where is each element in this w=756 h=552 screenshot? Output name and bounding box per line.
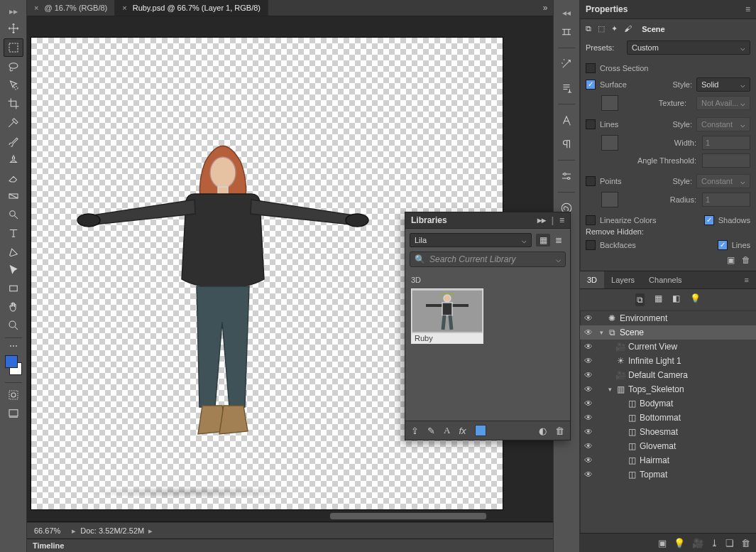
points-checkbox[interactable] (586, 176, 596, 186)
document-tab-inactive[interactable]: × @ 16.7% (RGB/8) (27, 0, 115, 16)
panel-menu-icon[interactable]: ≡ (738, 271, 756, 288)
text-style-icon[interactable]: A (444, 425, 450, 436)
tree-row-bodymat[interactable]: 👁 ◫ Bodymat (580, 396, 756, 411)
backfaces-checkbox[interactable] (586, 240, 596, 250)
horizontal-scrollbar[interactable] (329, 512, 487, 520)
close-icon[interactable]: × (34, 4, 38, 12)
chevron-right-icon[interactable]: ▸ (72, 526, 76, 536)
quick-mask-tool[interactable] (4, 386, 23, 404)
color-chip-icon[interactable] (475, 425, 486, 436)
brush-tab-icon[interactable]: 🖌 (624, 24, 632, 33)
chevron-right-icon[interactable]: ▸ (148, 526, 153, 536)
collapse-icon[interactable]: ▸▸ (537, 215, 546, 225)
move-tool[interactable] (4, 20, 23, 37)
presets-select[interactable]: Custom⌵ (627, 40, 750, 55)
tree-row-environment[interactable]: 👁 ✺ Environment (580, 311, 756, 325)
shadows-checkbox[interactable] (704, 215, 714, 225)
path-selection-tool[interactable] (4, 261, 23, 278)
document-tab-active[interactable]: × Ruby.psd @ 66.7% (Layer 1, RGB/8) (115, 0, 268, 16)
character-panel-icon[interactable] (557, 110, 576, 130)
add-to-ground-icon[interactable]: ⤓ (711, 538, 718, 548)
collapse-handle-icon[interactable]: ▸▸ (4, 6, 23, 16)
dodge-tool[interactable] (4, 206, 23, 223)
trash-icon[interactable]: 🗑 (555, 426, 564, 436)
lasso-tool[interactable] (4, 58, 23, 75)
tab-layers[interactable]: Layers (604, 271, 642, 288)
tree-row-scene[interactable]: 👁 ▾ ⧉ Scene (580, 325, 756, 340)
visibility-toggle[interactable]: 👁 (580, 384, 597, 394)
visibility-toggle[interactable]: 👁 (580, 342, 597, 352)
new-camera-icon[interactable]: 🎥 (692, 538, 703, 548)
toolbar-more[interactable]: ⋯ (4, 342, 23, 350)
add-object-icon[interactable]: ▣ (658, 538, 667, 548)
fx-icon[interactable]: fx (459, 426, 466, 436)
cloud-icon[interactable]: ◐ (539, 426, 547, 436)
hand-tool[interactable] (4, 298, 23, 315)
trash-icon[interactable]: 🗑 (742, 255, 750, 265)
gradient-tool[interactable] (4, 188, 23, 205)
panel-menu-icon[interactable]: ≡ (745, 4, 750, 14)
trash-icon[interactable]: 🗑 (741, 538, 750, 548)
tree-row-hairmat[interactable]: 👁 ◫ Hairmat (580, 453, 756, 467)
tree-row-infinite-light[interactable]: 👁 ☀ Infinite Light 1 (580, 354, 756, 368)
brush-add-icon[interactable]: ✎ (427, 426, 435, 436)
surface-checkbox[interactable] (586, 80, 596, 90)
tree-row-default-camera[interactable]: 👁 🎥 Default Camera (580, 368, 756, 382)
visibility-toggle[interactable]: 👁 (580, 455, 597, 465)
collapse-icon[interactable]: ▾ (597, 329, 606, 336)
eraser-tool[interactable] (4, 169, 23, 186)
marquee-tool[interactable] (4, 38, 23, 57)
remove-lines-checkbox[interactable] (718, 240, 728, 250)
tree-row-glovemat[interactable]: 👁 ◫ Glovemat (580, 439, 756, 453)
crop-tool[interactable] (4, 95, 23, 112)
panel-menu-icon[interactable]: ≡ (559, 215, 564, 225)
visibility-toggle[interactable]: 👁 (580, 328, 597, 337)
library-item[interactable]: Ruby (411, 288, 483, 344)
eyedropper-tool[interactable] (4, 114, 23, 131)
tab-3d[interactable]: 3D (580, 271, 604, 288)
light-tab-icon[interactable]: ✦ (611, 24, 618, 33)
collapse-icon[interactable]: ▾ (597, 386, 614, 393)
timeline-panel-tab[interactable]: Timeline (27, 539, 553, 552)
filter-material-icon[interactable]: ◧ (672, 293, 680, 306)
settings-sliders-icon[interactable] (557, 166, 576, 186)
tree-row-current-view[interactable]: 👁 🎥 Current View (580, 340, 756, 354)
upload-icon[interactable]: ⇪ (411, 426, 419, 436)
surface-style-select[interactable]: Solid⌵ (696, 77, 750, 92)
foreground-color-swatch[interactable] (5, 355, 18, 368)
visibility-toggle[interactable]: 👁 (580, 441, 597, 451)
brush-tool[interactable] (4, 132, 23, 149)
linearize-colors-checkbox[interactable] (586, 215, 596, 225)
visibility-toggle[interactable]: 👁 (580, 370, 597, 380)
clone-stamp-tool[interactable] (4, 151, 23, 168)
tab-channels[interactable]: Channels (642, 271, 689, 288)
filter-scene-icon[interactable]: ⧉ (635, 293, 645, 306)
new-light-icon[interactable]: 💡 (674, 538, 685, 548)
render-icon[interactable]: ▣ (727, 255, 735, 265)
tree-row-shoesmat[interactable]: 👁 ◫ Shoesmat (580, 425, 756, 439)
visibility-toggle[interactable]: 👁 (580, 399, 597, 408)
visibility-toggle[interactable]: 👁 (580, 313, 597, 323)
new-item-icon[interactable]: ❏ (725, 538, 734, 548)
type-tool[interactable] (4, 224, 23, 242)
adjust-spacing-icon[interactable] (557, 22, 576, 42)
expand-tabs-icon[interactable]: » (537, 0, 553, 16)
tree-row-topmat[interactable]: 👁 ◫ Topmat (580, 467, 756, 482)
filter-light-icon[interactable]: 💡 (690, 293, 701, 306)
visibility-toggle[interactable]: 👁 (580, 470, 597, 480)
grid-view-button[interactable]: ▦ (536, 234, 550, 247)
list-view-button[interactable]: ≣ (552, 234, 566, 247)
filter-mesh-icon[interactable]: ▦ (654, 293, 662, 306)
paragraph-panel-icon[interactable] (557, 134, 576, 154)
tree-row-skeleton[interactable]: 👁 ▾ ▥ Tops_Skeleton (580, 382, 756, 396)
paragraph-styles-icon[interactable] (557, 78, 576, 98)
visibility-toggle[interactable]: 👁 (580, 356, 597, 366)
zoom-level[interactable]: 66.67% (34, 526, 60, 535)
scene-tab-icon[interactable]: ⧉ (586, 24, 591, 33)
pen-tool[interactable] (4, 243, 23, 260)
mesh-tab-icon[interactable]: ⬚ (598, 24, 605, 33)
color-swatches[interactable] (4, 355, 23, 375)
tree-row-bottommat[interactable]: 👁 ◫ Bottommat (580, 411, 756, 425)
library-search[interactable]: 🔍 Search Current Library ⌵ (410, 251, 566, 267)
library-select[interactable]: Lila ⌵ (410, 233, 532, 247)
